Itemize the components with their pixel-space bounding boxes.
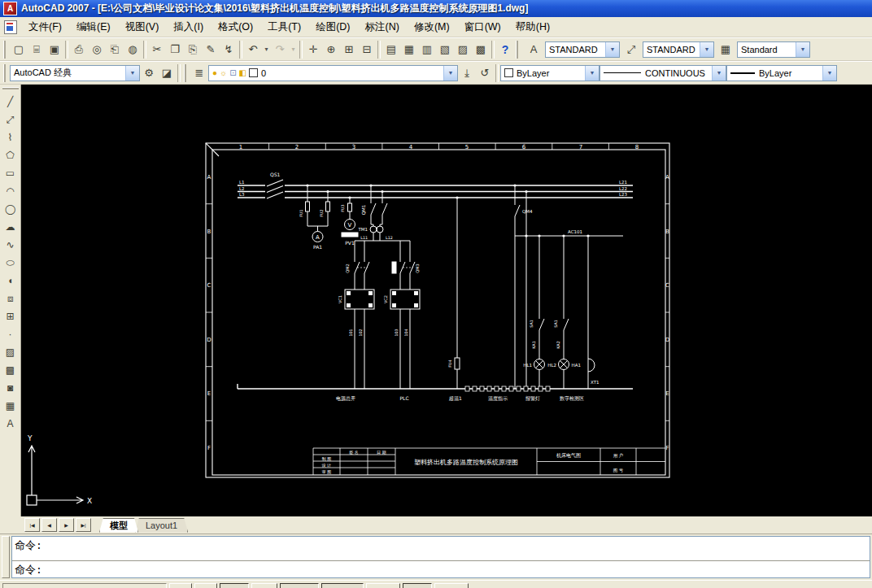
toolbar-grip[interactable] xyxy=(3,41,7,59)
paste-icon[interactable]: ⎘ xyxy=(184,41,202,59)
publish-icon[interactable]: ⎗ xyxy=(106,41,124,59)
menu-edit[interactable]: 编辑(E) xyxy=(69,18,118,37)
zoom-realtime-icon[interactable]: ⊕ xyxy=(322,41,340,59)
status-toggle-4[interactable] xyxy=(251,583,277,588)
toolbar-grip[interactable] xyxy=(2,87,19,90)
chevron-down-icon[interactable]: ▼ xyxy=(125,66,139,81)
redo-icon[interactable]: ↷ xyxy=(271,41,289,59)
chevron-down-icon[interactable]: ▼ xyxy=(712,66,726,81)
status-toggle-6[interactable] xyxy=(321,583,364,588)
status-toggle-8[interactable] xyxy=(403,583,432,588)
ellipse-icon[interactable]: ⬭ xyxy=(1,254,20,272)
layer-previous-icon[interactable]: ↺ xyxy=(476,64,494,82)
dwf-viewer-icon[interactable]: ◍ xyxy=(124,41,142,59)
menu-help[interactable]: 帮助(H) xyxy=(508,18,557,37)
zoom-window-icon[interactable]: ⊞ xyxy=(340,41,358,59)
new-icon[interactable]: ▢ xyxy=(10,41,28,59)
rectangle-icon[interactable]: ▭ xyxy=(1,164,20,182)
markup-set-manager-icon[interactable]: ▨ xyxy=(454,41,472,59)
tab-model[interactable]: 模型 xyxy=(99,518,138,533)
status-toggle-1[interactable] xyxy=(169,583,192,588)
polyline-icon[interactable]: ⌇ xyxy=(1,128,20,146)
vp-freeze-icon[interactable]: ⊡ xyxy=(229,69,236,77)
command-window-grip[interactable] xyxy=(2,536,10,578)
properties-icon[interactable]: ▤ xyxy=(382,41,400,59)
insert-block-icon[interactable]: ⧈ xyxy=(1,290,20,307)
quickcalc-icon[interactable]: ▩ xyxy=(472,41,490,59)
zoom-previous-icon[interactable]: ⊟ xyxy=(358,41,376,59)
save-icon[interactable]: ▣ xyxy=(46,41,63,59)
cut-icon[interactable]: ✂ xyxy=(148,41,166,59)
point-icon[interactable]: · xyxy=(1,325,20,343)
plot-preview-icon[interactable]: ◎ xyxy=(88,41,106,59)
chevron-down-icon[interactable]: ▼ xyxy=(585,66,599,81)
last-layout-icon[interactable]: ▶| xyxy=(76,518,91,532)
hatch-icon[interactable]: ▨ xyxy=(1,343,20,361)
chevron-down-icon[interactable]: ▼ xyxy=(796,42,809,57)
polygon-icon[interactable]: ⬠ xyxy=(1,146,20,164)
lock-icon[interactable]: ◧ xyxy=(239,69,246,77)
undo-icon[interactable]: ↶ xyxy=(244,41,262,59)
revision-cloud-icon[interactable]: ☁ xyxy=(1,218,20,236)
spline-icon[interactable]: ∿ xyxy=(1,236,20,254)
status-toggle-7[interactable] xyxy=(366,583,400,588)
arc-icon[interactable]: ◠ xyxy=(1,182,20,200)
menu-dimension[interactable]: 标注(N) xyxy=(358,18,407,37)
dim-style-icon[interactable]: ⤢ xyxy=(622,41,640,59)
region-icon[interactable]: ◙ xyxy=(1,379,20,397)
block-editor-icon[interactable]: ↯ xyxy=(220,41,238,59)
command-text-area[interactable]: 命令: 命令: xyxy=(11,536,870,578)
menu-view[interactable]: 视图(V) xyxy=(118,18,167,37)
open-icon[interactable]: ⌸ xyxy=(28,41,46,59)
match-properties-icon[interactable]: ✎ xyxy=(202,41,220,59)
menu-insert[interactable]: 插入(I) xyxy=(166,18,211,37)
my-workspace-icon[interactable]: ◪ xyxy=(158,64,176,82)
toolbar-grip[interactable] xyxy=(516,41,519,59)
drawing-file-icon[interactable] xyxy=(4,20,17,34)
workspace-settings-icon[interactable]: ⚙ xyxy=(140,64,158,82)
sheet-set-manager-icon[interactable]: ▧ xyxy=(436,41,454,59)
copy-icon[interactable]: ❐ xyxy=(166,41,184,59)
dim-style-combo[interactable]: STANDARD ▼ xyxy=(643,41,714,58)
make-block-icon[interactable]: ⊞ xyxy=(1,307,20,325)
plot-icon[interactable]: ⎙ xyxy=(70,41,88,59)
menu-format[interactable]: 格式(O) xyxy=(211,18,260,37)
menu-window[interactable]: 窗口(W) xyxy=(457,18,508,37)
bulb-icon[interactable]: ● xyxy=(212,69,217,77)
chevron-down-icon[interactable]: ▼ xyxy=(822,66,836,81)
command-input-line[interactable]: 命令: xyxy=(12,561,870,577)
undo-dropdown-icon[interactable]: ▾ xyxy=(262,41,271,59)
gradient-icon[interactable]: ▩ xyxy=(1,361,20,379)
text-style-icon[interactable]: A xyxy=(525,41,543,59)
line-icon[interactable]: ╱ xyxy=(1,93,20,111)
menu-modify[interactable]: 修改(M) xyxy=(407,18,457,37)
color-combo[interactable]: ByLayer ▼ xyxy=(500,65,600,81)
tool-palettes-icon[interactable]: ▥ xyxy=(418,41,436,59)
table-style-combo[interactable]: Standard ▼ xyxy=(737,41,810,58)
status-toggle-5[interactable] xyxy=(280,583,319,588)
circle-icon[interactable]: ◯ xyxy=(1,200,20,218)
next-layout-icon[interactable]: ▶ xyxy=(59,518,74,532)
toolbar-grip[interactable] xyxy=(184,64,187,82)
menu-tools[interactable]: 工具(T) xyxy=(260,18,308,37)
freeze-icon[interactable]: ☼ xyxy=(220,69,227,77)
pan-icon[interactable]: ✛ xyxy=(304,41,322,59)
help-icon[interactable]: ? xyxy=(496,41,514,59)
chevron-down-icon[interactable]: ▼ xyxy=(700,42,713,57)
table-icon[interactable]: ▦ xyxy=(1,397,20,415)
text-style-combo[interactable]: STANDARD ▼ xyxy=(545,41,620,58)
status-toggle-9[interactable] xyxy=(434,583,469,588)
menu-draw[interactable]: 绘图(D) xyxy=(308,18,357,37)
redo-dropdown-icon[interactable]: ▾ xyxy=(289,41,298,59)
menu-file[interactable]: 文件(F) xyxy=(21,18,69,37)
layer-properties-icon[interactable]: ≣ xyxy=(190,64,208,82)
prev-layout-icon[interactable]: ◀ xyxy=(41,518,57,532)
designcenter-icon[interactable]: ▦ xyxy=(400,41,418,59)
construction-line-icon[interactable]: ⤢ xyxy=(1,111,20,128)
toolbar-grip[interactable] xyxy=(3,64,7,82)
status-toggle-2[interactable] xyxy=(194,583,217,588)
window-titlebar[interactable]: A AutoCAD 2007 - [E:\公司文档\毕业设计论文集\2016\塑… xyxy=(0,0,872,17)
mtext-icon[interactable]: A xyxy=(1,415,20,433)
table-style-icon[interactable]: ▦ xyxy=(717,41,735,59)
chevron-down-icon[interactable]: ▼ xyxy=(443,66,457,81)
